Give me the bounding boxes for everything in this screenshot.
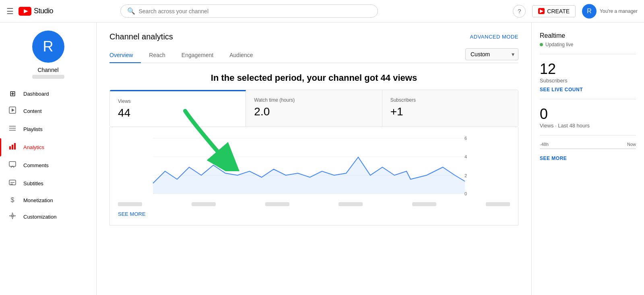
sidebar-item-monetization[interactable]: $ Monetization [0,193,96,208]
see-live-count-link[interactable]: SEE LIVE COUNT [540,87,636,92]
svg-rect-8 [12,145,13,150]
divider [540,54,636,54]
stat-tab-subscribers[interactable]: Subscribers +1 [382,90,518,127]
watch-time-value: 2.0 [254,105,374,118]
sidebar-item-label: Comments [23,162,49,168]
top-navigation: ☰ Studio 🔍 ? ▶ CREATE R You're a manager [0,0,644,23]
x-label [339,202,363,206]
analytics-tabs: Overview Reach Engagement Audience Custo… [109,48,518,63]
summary-title: In the selected period, your channel got… [109,73,518,83]
studio-logo-text: Studio [34,7,53,15]
playlists-icon [8,124,17,134]
sidebar: R Channel ⊞ Dashboard Content Playlists [0,23,97,295]
main-wrapper: Channel analytics ADVANCED MODE Overview… [97,23,531,295]
user-info: You're a manager [600,8,638,14]
sidebar-item-label: Subtitles [23,180,43,186]
monetization-icon: $ [8,197,17,204]
sidebar-item-label: Analytics [23,144,44,150]
sidebar-item-playlists[interactable]: Playlists [0,120,96,138]
topnav-right: ? ▶ CREATE R You're a manager [513,4,638,18]
sidebar-nav: ⊞ Dashboard Content Playlists Analytics [0,85,96,226]
search-icon: 🔍 [127,7,135,15]
views-count: 0 [540,106,636,123]
rt-subscribers-label: Subscribers [540,78,636,84]
time-start-label: -48h [540,142,549,147]
analytics-icon [8,142,17,152]
tab-overview[interactable]: Overview [109,48,141,63]
see-more-link[interactable]: SEE MORE [110,211,518,217]
date-select-wrap: Custom Last 28 days Last 90 days Last 36… [465,48,518,60]
tab-audience[interactable]: Audience [221,48,261,63]
stats-tabs: Views 44 Watch time (hours) 2.0 Subscrib… [109,90,518,127]
right-panel: Realtime Updating live 12 Subscribers SE… [531,23,644,295]
sidebar-item-label: Customization [23,214,56,220]
sidebar-item-analytics[interactable]: Analytics [0,138,96,156]
rt-timeline: -48h Now [540,142,636,147]
svg-rect-7 [9,146,11,150]
views-label: Views [118,98,237,104]
topnav-left: ☰ Studio [6,6,53,16]
page-title: Channel analytics [109,32,173,41]
create-label: CREATE [547,8,570,14]
subscribers-value: +1 [390,105,510,118]
x-label [118,202,142,206]
sidebar-item-customization[interactable]: Customization [0,208,96,226]
divider [540,135,636,135]
divider [540,99,636,99]
youtube-icon [19,7,31,16]
page-header: Channel analytics ADVANCED MODE [109,32,518,41]
search-input[interactable] [138,8,371,14]
advanced-mode-button[interactable]: ADVANCED MODE [470,34,518,40]
x-label [265,202,289,206]
realtime-title: Realtime [540,32,636,39]
create-video-icon: ▶ [538,8,545,14]
sidebar-item-dashboard[interactable]: ⊞ Dashboard [0,85,96,102]
sidebar-item-label: Playlists [23,126,43,132]
analytics-chart: 6 4 2 0 [118,135,510,199]
views-last-48h-label: Views · Last 48 hours [540,123,636,129]
stat-tab-views[interactable]: Views 44 [110,90,246,127]
help-button[interactable]: ? [513,5,526,18]
hamburger-menu[interactable]: ☰ [6,6,14,16]
sidebar-item-label: Monetization [23,197,53,203]
time-end-label: Now [627,142,636,147]
rt-chart-line [540,148,636,149]
date-filter-area: Custom Last 28 days Last 90 days Last 36… [261,48,518,63]
sidebar-item-subtitles[interactable]: Subtitles [0,174,96,193]
sidebar-item-label: Dashboard [23,91,49,97]
sidebar-item-content[interactable]: Content [0,102,96,120]
updating-live: Updating live [540,42,636,47]
page-layout: R Channel ⊞ Dashboard Content Playlists [0,23,644,295]
channel-name: Channel [37,67,58,73]
x-label [192,202,216,206]
channel-handle [32,75,64,79]
subtitles-icon [8,178,17,188]
chart-area: 6 4 2 0 [109,127,518,225]
search-bar[interactable]: 🔍 [120,4,378,18]
studio-logo[interactable]: Studio [19,7,53,16]
sidebar-item-label: Content [23,108,42,114]
svg-marker-3 [12,109,14,112]
tab-engagement[interactable]: Engagement [173,48,221,63]
svg-rect-9 [14,143,16,150]
updating-label: Updating live [545,42,573,47]
comments-icon [8,160,17,170]
user-profile[interactable]: R You're a manager [582,4,638,18]
watch-time-label: Watch time (hours) [254,97,374,103]
user-role: You're a manager [600,8,638,14]
see-more-rt-link[interactable]: SEE MORE [540,156,636,161]
channel-avatar: R [32,31,64,63]
svg-text:2: 2 [464,173,467,178]
stat-tab-watch-time[interactable]: Watch time (hours) 2.0 [246,90,382,127]
x-label [412,202,436,206]
subscribers-count: 12 [540,61,636,78]
avatar: R [582,4,597,18]
x-label [486,202,510,206]
date-select[interactable]: Custom Last 28 days Last 90 days Last 36… [465,48,518,60]
main-content: Channel analytics ADVANCED MODE Overview… [97,23,531,295]
customization-icon [8,212,17,222]
tab-reach[interactable]: Reach [141,48,173,63]
create-button[interactable]: ▶ CREATE [532,5,576,17]
sidebar-item-comments[interactable]: Comments [0,156,96,174]
chart-xaxis [110,201,518,206]
